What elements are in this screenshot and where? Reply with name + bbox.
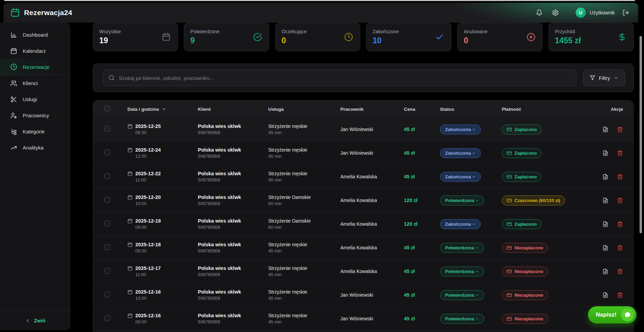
service-name: Strzyżenie męskie bbox=[268, 289, 340, 295]
row-checkbox[interactable] bbox=[104, 315, 110, 321]
table-row: 2025-12-18 09:30 Polska wies sklwk 50678… bbox=[93, 236, 633, 260]
client-name: Polska wies sklwk bbox=[198, 242, 268, 247]
reservation-time: 09:00 bbox=[135, 319, 198, 324]
status-badge[interactable]: Zakończona bbox=[440, 125, 481, 134]
status-badge[interactable]: Potwierdzona bbox=[440, 243, 484, 253]
payment-badge: Zapłacono bbox=[502, 172, 542, 182]
sidebar-item-label: Rezerwacje bbox=[23, 64, 49, 70]
status-badge[interactable]: Potwierdzona bbox=[440, 314, 484, 324]
file-text-icon bbox=[602, 269, 608, 274]
check-icon bbox=[435, 33, 444, 42]
calendar-icon bbox=[127, 195, 133, 200]
details-button[interactable] bbox=[602, 292, 608, 298]
trash-icon bbox=[617, 245, 623, 251]
details-button[interactable] bbox=[602, 127, 608, 132]
details-button[interactable] bbox=[602, 150, 608, 156]
employee-name: Jan Wiśniewski bbox=[340, 316, 404, 321]
details-button[interactable] bbox=[602, 269, 608, 274]
delete-button[interactable] bbox=[617, 245, 623, 251]
status-badge[interactable]: Zakończona bbox=[440, 148, 481, 158]
price: 120 zł bbox=[404, 198, 440, 203]
sidebar-item-pracownicy[interactable]: Pracownicy bbox=[0, 107, 70, 123]
user-avatar[interactable]: U bbox=[576, 8, 586, 18]
filters-button[interactable]: Filtry bbox=[583, 70, 625, 86]
credit-card-icon bbox=[507, 245, 512, 250]
delete-button[interactable] bbox=[617, 150, 623, 156]
details-button[interactable] bbox=[602, 174, 608, 180]
search-input[interactable] bbox=[119, 75, 570, 81]
table-row: 2025-12-19 09:00 Polska wies sklwk 50678… bbox=[93, 212, 633, 236]
sidebar-item-rezerwacje[interactable]: Rezerwacje bbox=[0, 59, 70, 75]
details-button[interactable] bbox=[602, 198, 608, 203]
file-text-icon bbox=[602, 150, 608, 156]
row-checkbox[interactable] bbox=[104, 268, 110, 274]
delete-button[interactable] bbox=[617, 292, 623, 298]
row-checkbox[interactable] bbox=[104, 150, 110, 155]
logout-icon[interactable] bbox=[622, 9, 629, 16]
settings-gear-icon[interactable] bbox=[552, 9, 559, 16]
app-logo: Rezerwacja24 bbox=[10, 8, 72, 17]
delete-button[interactable] bbox=[617, 127, 623, 132]
sidebar-collapse-button[interactable]: Zwiń bbox=[0, 310, 70, 330]
window-top-edge bbox=[4, 0, 635, 1]
stat-value: 0 bbox=[464, 36, 487, 45]
delete-button[interactable] bbox=[617, 174, 623, 180]
status-badge[interactable]: Potwierdzona bbox=[440, 266, 484, 276]
price: 45 zł bbox=[404, 292, 440, 298]
status-badge[interactable]: Zakończona bbox=[440, 172, 481, 182]
notifications-bell-icon[interactable] bbox=[536, 9, 543, 16]
sidebar-item-uslugi[interactable]: Usługi bbox=[0, 91, 70, 107]
calendar-icon bbox=[127, 147, 133, 153]
stat-card-anulowane: Anulowane 0 bbox=[457, 23, 542, 51]
stat-card-oczekujace: Oczekujące 0 bbox=[275, 23, 360, 51]
payment-badge: Niezapłacono bbox=[502, 314, 548, 324]
service-duration: 45 min bbox=[268, 319, 340, 324]
employee-name: Jan Wiśniewski bbox=[340, 292, 404, 298]
sidebar-item-analityka[interactable]: Analityka bbox=[0, 140, 70, 156]
sidebar-item-klienci[interactable]: Klienci bbox=[0, 75, 70, 91]
row-checkbox[interactable] bbox=[104, 197, 110, 203]
sidebar-item-kalendarz[interactable]: Kalendarz bbox=[0, 43, 70, 59]
trash-icon bbox=[617, 127, 623, 132]
trash-icon bbox=[617, 269, 623, 274]
status-badge[interactable]: Zakończona bbox=[440, 219, 481, 229]
employee-name: Amelia Kowalska bbox=[340, 269, 404, 274]
service-name: Strzyżenie męskie bbox=[268, 123, 340, 129]
trending-up-icon bbox=[10, 144, 17, 151]
delete-button[interactable] bbox=[617, 221, 623, 227]
column-header-date[interactable]: Data i godzina bbox=[127, 107, 198, 112]
row-checkbox[interactable] bbox=[104, 244, 110, 250]
scrollbar-thumb[interactable] bbox=[640, 36, 642, 233]
client-name: Polska wies sklwk bbox=[198, 313, 268, 318]
filter-funnel-icon bbox=[590, 75, 595, 81]
sidebar-item-dashboard[interactable]: Dashboard bbox=[0, 27, 70, 43]
status-badge[interactable]: Potwierdzona bbox=[440, 195, 484, 205]
credit-card-icon bbox=[507, 222, 512, 227]
chat-button[interactable]: Napisz! bbox=[588, 306, 636, 323]
service-name: Strzyżenie męskie bbox=[268, 265, 340, 271]
delete-button[interactable] bbox=[617, 269, 623, 274]
stats-row: Wszystkie 19 Potwierdzone 9 Oczekujące 0… bbox=[93, 23, 634, 51]
chevron-down-icon bbox=[475, 317, 479, 321]
select-all-checkbox[interactable] bbox=[104, 106, 110, 111]
row-checkbox[interactable] bbox=[104, 292, 110, 297]
reservation-date: 2025-12-16 bbox=[135, 289, 161, 295]
delete-button[interactable] bbox=[617, 198, 623, 203]
x-circle-icon bbox=[527, 33, 535, 42]
price: 45 zł bbox=[404, 150, 440, 156]
trash-icon bbox=[617, 292, 623, 298]
column-header-akcje: Akcje bbox=[598, 107, 633, 112]
client-name: Polska wies sklwk bbox=[198, 194, 268, 200]
sidebar-item-label: Analityka bbox=[23, 145, 44, 151]
status-badge[interactable]: Potwierdzona bbox=[440, 290, 484, 300]
sidebar-item-kategorie[interactable]: Kategorie bbox=[0, 123, 70, 140]
row-checkbox[interactable] bbox=[104, 221, 110, 226]
stat-value: 19 bbox=[99, 36, 121, 45]
table-row: 2025-12-20 10:00 Polska wies sklwk 50678… bbox=[93, 189, 633, 212]
row-checkbox[interactable] bbox=[104, 173, 110, 179]
price: 120 zł bbox=[404, 221, 440, 227]
details-button[interactable] bbox=[602, 245, 608, 251]
details-button[interactable] bbox=[602, 221, 608, 227]
client-name: Polska wies sklwk bbox=[198, 265, 268, 271]
row-checkbox[interactable] bbox=[104, 126, 110, 132]
